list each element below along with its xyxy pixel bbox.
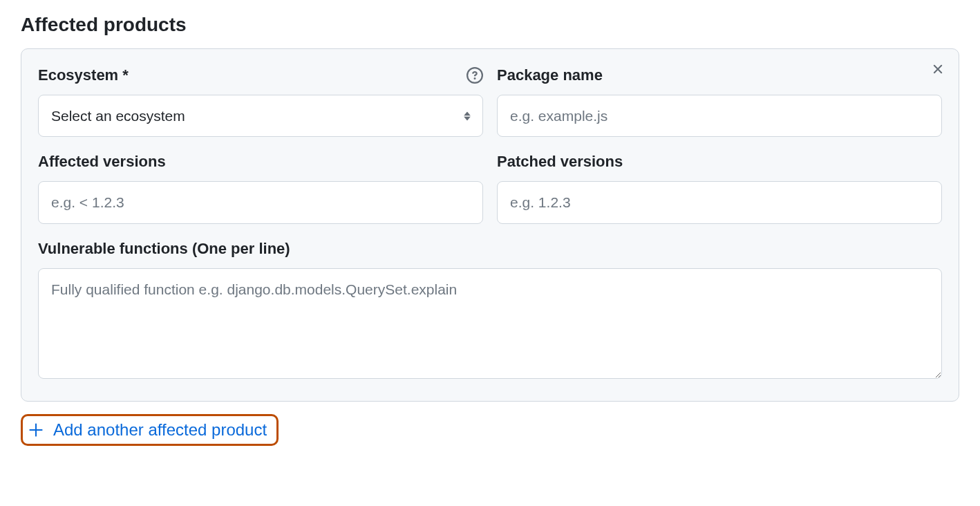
affected-versions-label: Affected versions: [38, 153, 166, 171]
vulnerable-functions-textarea[interactable]: [38, 268, 942, 379]
patched-versions-input[interactable]: [497, 181, 942, 223]
close-panel-button[interactable]: [927, 59, 949, 81]
vulnerable-functions-label: Vulnerable functions (One per line): [38, 240, 290, 258]
ecosystem-label: Ecosystem *: [38, 66, 129, 84]
affected-versions-input[interactable]: [38, 181, 483, 223]
ecosystem-select[interactable]: Select an ecosystem: [38, 95, 483, 137]
affected-product-panel: Ecosystem * Select an ecosystem Package …: [21, 48, 959, 402]
add-affected-product-button[interactable]: Add another affected product: [21, 414, 279, 446]
plus-icon: [28, 422, 44, 438]
section-title: Affected products: [21, 14, 959, 36]
close-icon: [930, 62, 945, 79]
package-name-label: Package name: [497, 66, 603, 84]
patched-versions-label: Patched versions: [497, 153, 623, 171]
package-name-input[interactable]: [497, 95, 942, 137]
add-affected-product-label: Add another affected product: [53, 420, 267, 440]
info-icon[interactable]: [467, 67, 483, 84]
